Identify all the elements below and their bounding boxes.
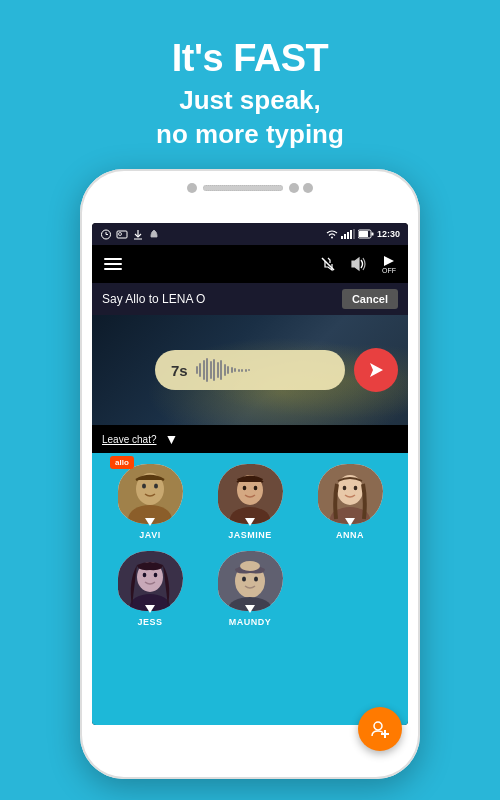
wifi-icon — [326, 229, 338, 239]
contact-bubble-wrapper-jasmine — [215, 461, 285, 526]
contact-bubble-maundy — [218, 551, 283, 611]
contacts-grid: allo — [104, 461, 396, 627]
contact-item-maundy[interactable]: MAUNDY — [204, 548, 296, 627]
play-off-icon[interactable]: OFF — [382, 255, 396, 274]
svg-rect-9 — [344, 234, 346, 239]
wave-5 — [210, 361, 212, 379]
avatar-jasmine — [218, 464, 283, 524]
bubble-tail-jasmine — [245, 518, 255, 526]
wave-4 — [206, 358, 208, 382]
recording-bubble: 7s — [155, 350, 345, 390]
wave-7 — [217, 362, 219, 378]
svg-rect-14 — [371, 233, 373, 236]
wave-9 — [224, 364, 226, 376]
main-title: It's FAST — [156, 38, 344, 80]
svg-point-37 — [153, 573, 157, 577]
send-button[interactable] — [354, 348, 398, 392]
svg-point-22 — [154, 483, 158, 488]
contact-bubble-wrapper-javi: allo — [115, 461, 185, 526]
contact-name-maundy: MAUNDY — [229, 617, 272, 627]
contact-item-anna[interactable]: ANNA — [304, 461, 396, 540]
mute-icon[interactable] — [320, 256, 336, 272]
send-arrow-icon — [367, 361, 385, 379]
time-display: 12:30 — [377, 229, 400, 239]
wave-12 — [234, 368, 236, 372]
status-right-info: 12:30 — [326, 229, 400, 239]
svg-marker-17 — [370, 363, 383, 377]
avatar-anna — [318, 464, 383, 524]
svg-point-4 — [119, 232, 122, 235]
avatar-javi — [118, 464, 183, 524]
wave-2 — [199, 363, 201, 377]
status-bar: 12:30 — [92, 223, 408, 245]
svg-rect-11 — [350, 230, 352, 239]
contact-item-jasmine[interactable]: JASMINE — [204, 461, 296, 540]
voice-prompt-text: Say Allo to LENA O — [102, 292, 205, 306]
status-notification-icon — [148, 229, 160, 240]
wave-13 — [238, 369, 240, 372]
status-photo-icon — [116, 229, 128, 240]
voice-prompt-bar: Say Allo to LENA O Cancel — [92, 283, 408, 315]
cancel-button[interactable]: Cancel — [342, 289, 398, 309]
sound-icon[interactable] — [350, 256, 368, 272]
svg-point-32 — [353, 486, 357, 490]
wave-8 — [220, 360, 222, 380]
svg-point-7 — [331, 237, 333, 239]
hamburger-line-3 — [104, 268, 122, 270]
contact-item-javi[interactable]: allo — [104, 461, 196, 540]
wave-10 — [227, 366, 229, 374]
status-left-icons — [100, 229, 160, 240]
hamburger-line-1 — [104, 258, 122, 260]
status-download-icon — [132, 229, 144, 240]
phone-screen: 12:30 — [92, 223, 408, 725]
contact-bubble-anna — [318, 464, 383, 524]
wave-14 — [241, 369, 243, 372]
avatar-maundy — [218, 551, 283, 611]
recording-visual-area: 7s — [92, 315, 408, 425]
recording-waveform — [196, 358, 329, 382]
svg-rect-10 — [347, 232, 349, 239]
main-subtitle: Just speak,no more typing — [156, 84, 344, 152]
svg-point-44 — [374, 722, 382, 730]
bubble-tail-maundy — [245, 605, 255, 613]
status-clock-icon — [100, 229, 112, 240]
header-section: It's FAST Just speak,no more typing — [156, 38, 344, 151]
wave-6 — [213, 359, 215, 381]
leave-chat-bar: Leave chat? ▼ — [92, 425, 408, 453]
wave-3 — [203, 360, 205, 380]
avatar-jess — [118, 551, 183, 611]
svg-point-41 — [242, 576, 246, 581]
phone-sensors — [289, 183, 313, 193]
svg-marker-16 — [384, 256, 394, 266]
phone-frame: 12:30 — [80, 169, 420, 779]
phone-camera — [187, 183, 197, 193]
bubble-tail-jess — [145, 605, 155, 613]
svg-point-36 — [142, 573, 146, 577]
contact-item-jess[interactable]: JESS — [104, 548, 196, 627]
phone-dot-2 — [303, 183, 313, 193]
wave-16 — [248, 369, 250, 371]
contact-bubble-wrapper-jess — [115, 548, 185, 613]
app-toolbar[interactable]: OFF — [92, 245, 408, 283]
contact-bubble-wrapper-anna — [315, 461, 385, 526]
svg-rect-12 — [353, 229, 355, 239]
contact-bubble-jess — [118, 551, 183, 611]
bubble-tail-javi — [145, 518, 155, 526]
contact-bubble-wrapper-maundy — [215, 548, 285, 613]
phone-top-bar — [187, 183, 313, 193]
person-add-icon — [370, 719, 390, 739]
svg-rect-15 — [359, 231, 368, 237]
allo-badge: allo — [110, 456, 134, 469]
contact-name-jess: JESS — [137, 617, 162, 627]
recording-timer: 7s — [171, 362, 188, 379]
svg-point-42 — [254, 576, 258, 581]
svg-point-27 — [253, 486, 257, 490]
contact-bubble-javi — [118, 464, 183, 524]
chevron-down-icon: ▼ — [165, 431, 179, 447]
phone-dot-1 — [289, 183, 299, 193]
hamburger-menu[interactable] — [104, 258, 122, 270]
leave-chat-link[interactable]: Leave chat? — [102, 434, 157, 445]
phone-speaker — [203, 185, 283, 191]
contacts-area: allo — [92, 453, 408, 725]
hamburger-line-2 — [104, 263, 122, 265]
